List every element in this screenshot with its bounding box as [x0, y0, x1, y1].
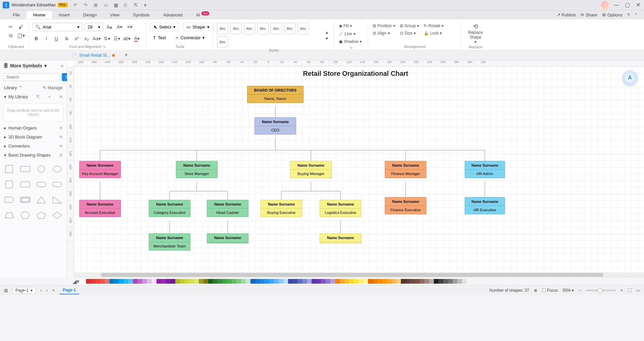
fill-tool-icon[interactable]: ◢▾ [73, 278, 79, 285]
styles-up-icon[interactable]: ▴ [323, 30, 331, 35]
dialog-launcher-icon[interactable]: ↘ [102, 44, 105, 49]
color-swatch[interactable] [250, 279, 255, 284]
org-node[interactable]: Name SurnameHR Admin [465, 161, 505, 178]
color-swatch[interactable] [363, 279, 368, 284]
color-swatch[interactable] [265, 279, 269, 284]
font-color-icon[interactable]: A▾ [133, 35, 141, 43]
increase-font-icon[interactable]: A▴ [105, 23, 113, 31]
color-swatch[interactable] [377, 279, 382, 284]
color-swatch[interactable] [241, 279, 246, 284]
superscript-icon[interactable]: x² [73, 35, 81, 43]
zoom-out-icon[interactable]: − [579, 288, 581, 293]
library-drop-zone[interactable]: Drag symbols here to add to My Library [3, 103, 63, 121]
color-swatch[interactable] [255, 279, 260, 284]
color-swatch[interactable] [326, 279, 330, 284]
color-swatch[interactable] [114, 279, 119, 284]
symbols-panel-title[interactable]: 🗄 More Symbols▾ « [0, 60, 67, 71]
open-icon[interactable]: ▭ [104, 2, 109, 8]
shape-right-triangle[interactable] [51, 194, 63, 206]
zoom-in-icon[interactable]: + [620, 288, 623, 293]
color-swatch[interactable] [236, 279, 241, 284]
color-swatch[interactable] [232, 279, 236, 284]
shape-diamond[interactable] [51, 209, 63, 221]
shape-rect[interactable] [19, 163, 31, 175]
maximize-icon[interactable]: ▢ [624, 2, 631, 8]
color-swatch[interactable] [340, 279, 344, 284]
bullets-icon[interactable]: ☰▾ [113, 35, 121, 43]
color-swatch[interactable] [100, 279, 105, 284]
cut-icon[interactable]: ✂ [7, 23, 15, 31]
position-button[interactable]: ⊞ Position ▾ [371, 23, 397, 29]
user-avatar[interactable] [601, 1, 609, 9]
color-swatch[interactable] [175, 279, 180, 284]
color-swatch[interactable] [457, 279, 462, 284]
org-node[interactable]: Name SurnameBuying Executive [261, 200, 302, 217]
color-swatch[interactable] [344, 279, 349, 284]
font-size-select[interactable]: 28 ▾ [85, 23, 103, 31]
case-icon[interactable]: Aa▾ [93, 35, 101, 43]
zoom-level[interactable]: 55% ▾ [563, 288, 574, 293]
shape-trapezoid[interactable] [3, 209, 15, 221]
strikethrough-icon[interactable]: S̶ [62, 35, 71, 43]
collapse-ribbon-icon[interactable]: ⌃ [634, 12, 638, 17]
color-swatch[interactable] [274, 279, 279, 284]
print-icon[interactable]: ⎙ [124, 2, 129, 8]
color-swatch[interactable] [152, 279, 156, 284]
page-list-icon[interactable]: ▤ [4, 288, 8, 293]
fullscreen-icon[interactable]: ▭ [636, 288, 640, 293]
mylibrary-section[interactable]: ▾ My Library ⇱ + ✕ [0, 92, 67, 101]
menu-design[interactable]: Design [77, 11, 103, 19]
shape-pill[interactable] [35, 178, 47, 190]
underline-icon[interactable]: U [52, 35, 60, 43]
copy-icon[interactable]: ⧉ [7, 32, 15, 40]
layers-icon[interactable]: ≣ [534, 288, 537, 293]
color-swatch[interactable] [189, 279, 194, 284]
color-swatch[interactable] [439, 279, 443, 284]
style-swatch[interactable]: Abc [271, 23, 282, 34]
org-node[interactable]: Name SurnameKey Account Manager [79, 161, 121, 178]
category-3d-block[interactable]: ▸ 3D Block Diagram✕ [0, 132, 67, 141]
ai-assistant-icon[interactable]: A [623, 70, 637, 85]
color-swatch[interactable] [297, 279, 302, 284]
shape-rounded-square[interactable] [3, 178, 15, 190]
color-swatch[interactable] [208, 279, 213, 284]
color-swatch[interactable] [401, 279, 406, 284]
color-swatch[interactable] [222, 279, 227, 284]
add-icon[interactable]: + [48, 94, 51, 99]
chart-title[interactable]: Retail Store Organizational Chart [303, 70, 408, 77]
shape-circle[interactable] [35, 163, 47, 175]
color-swatch[interactable] [330, 279, 335, 284]
search-input[interactable] [3, 73, 60, 81]
org-node-board[interactable]: BOARD OF DIRECTORS Name, Name [247, 86, 304, 103]
close-section-icon[interactable]: ✕ [59, 134, 63, 139]
org-node[interactable]: Name SurnameBuying Manager [290, 161, 332, 178]
dialog-launcher-icon[interactable]: ↘ [350, 45, 353, 50]
color-swatch[interactable] [213, 279, 218, 284]
color-swatch[interactable] [203, 279, 208, 284]
org-node[interactable]: Name SurnameFinance Executive [385, 197, 426, 214]
page-tab[interactable]: Page-1 [59, 286, 79, 294]
save-icon[interactable]: ▦ [114, 2, 119, 8]
rotate-button[interactable]: ↻ Rotate ▾ [422, 23, 445, 29]
color-swatch[interactable] [260, 279, 265, 284]
decrease-font-icon[interactable]: A▾ [116, 23, 124, 31]
color-swatch[interactable] [142, 279, 147, 284]
color-swatch[interactable] [161, 279, 166, 284]
color-swatch[interactable] [448, 279, 453, 284]
color-swatch[interactable] [119, 279, 124, 284]
canvas[interactable]: -280-260-240-220-200-180-160-140-120-100… [67, 60, 644, 278]
library-header[interactable]: Library ⌃ ✎ Manage [0, 83, 67, 92]
undo-icon[interactable]: ↶ [74, 2, 79, 8]
font-family-select[interactable]: 🔍 Arial ▾ [32, 23, 83, 31]
next-page-icon[interactable]: › [46, 288, 48, 293]
color-swatch[interactable] [199, 279, 203, 284]
color-swatch[interactable] [387, 279, 392, 284]
color-swatch[interactable] [246, 279, 250, 284]
color-swatch[interactable] [279, 279, 283, 284]
color-swatch[interactable] [359, 279, 363, 284]
color-swatch[interactable] [166, 279, 171, 284]
color-swatch[interactable] [227, 279, 232, 284]
category-human-organs[interactable]: ▸ Human Organs✕ [0, 123, 67, 132]
color-swatch[interactable] [415, 279, 420, 284]
export-icon[interactable]: ⇱ [134, 2, 139, 8]
